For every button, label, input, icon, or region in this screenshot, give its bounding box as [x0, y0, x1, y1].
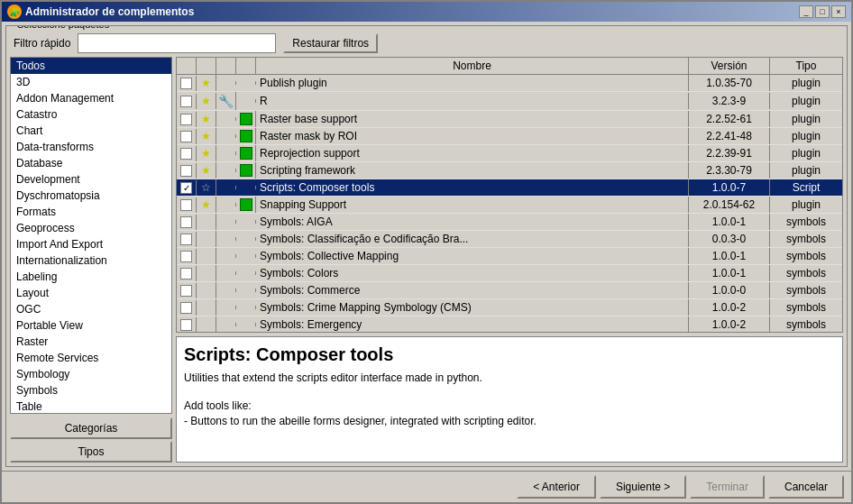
row-star-10[interactable]: ☆	[197, 248, 216, 264]
minimize-button[interactable]: _	[799, 5, 813, 18]
star-icon: ☆	[201, 301, 211, 314]
row-installed-10	[236, 254, 256, 258]
row-checkbox-6[interactable]	[177, 180, 197, 196]
row-name-9: Symbols: Classificação e Codificação Bra…	[256, 231, 689, 247]
category-item-internationalization[interactable]: Internationalization	[11, 252, 171, 269]
restore-filters-button[interactable]: Restaurar filtros	[283, 33, 378, 53]
col-header-type: Tipo	[770, 58, 842, 74]
row-star-14[interactable]: ☆	[197, 316, 216, 332]
row-installed-8	[236, 220, 256, 224]
category-item-data-transforms[interactable]: Data-transforms	[11, 139, 171, 155]
category-item-catastro[interactable]: Catastro	[11, 106, 171, 123]
category-item-raster[interactable]: Raster	[11, 334, 171, 350]
row-star-1[interactable]: ★	[197, 93, 216, 109]
category-item-symbols[interactable]: Symbols	[11, 382, 171, 399]
row-icon-14	[216, 323, 236, 326]
row-checkbox-1[interactable]	[177, 94, 197, 109]
types-button[interactable]: Tipos	[10, 441, 172, 463]
row-star-7[interactable]: ★	[197, 197, 216, 213]
maximize-button[interactable]: □	[815, 5, 830, 18]
table-row[interactable]: ☆Symbols: Emergency1.0.0-2symbols	[177, 316, 842, 332]
row-checkbox-12[interactable]	[177, 283, 197, 298]
row-checkbox-4[interactable]	[177, 146, 197, 161]
row-star-2[interactable]: ★	[197, 111, 216, 127]
table-row[interactable]: ☆Symbols: Collective Mapping1.0.0-1symbo…	[177, 248, 842, 265]
col-header-check	[177, 58, 197, 74]
row-checkbox-0[interactable]	[177, 76, 197, 91]
row-star-12[interactable]: ☆	[197, 282, 216, 298]
table-row[interactable]: ★Snapping Support2.0.154-62plugin	[177, 197, 842, 214]
category-item-labeling[interactable]: Labeling	[11, 269, 171, 285]
category-list[interactable]: Todos3DAddon ManagementCatastroChartData…	[10, 57, 172, 414]
table-row[interactable]: ☆Scripts: Composer tools1.0.0-7Script	[177, 179, 842, 197]
previous-label: < Anterior	[533, 481, 580, 493]
description-text2: Add tools like:	[184, 399, 835, 414]
category-item-3d[interactable]: 3D	[11, 74, 171, 90]
category-item-import-and-export[interactable]: Import And Export	[11, 236, 171, 252]
table-row[interactable]: ☆Symbols: AIGA1.0.0-1symbols	[177, 214, 842, 231]
row-checkbox-2[interactable]	[177, 112, 197, 127]
next-button[interactable]: Siguiente >	[600, 475, 686, 499]
categories-button[interactable]: Categorías	[10, 417, 172, 439]
row-star-11[interactable]: ☆	[197, 265, 216, 281]
table-row[interactable]: ★🔧R3.2.3-9plugin	[177, 92, 842, 111]
filter-input[interactable]	[78, 33, 276, 53]
row-checkbox-13[interactable]	[177, 300, 197, 316]
category-item-ogc[interactable]: OGC	[11, 301, 171, 317]
row-star-0[interactable]: ★	[197, 75, 216, 91]
row-installed-7	[236, 197, 256, 213]
row-checkbox-3[interactable]	[177, 129, 197, 144]
table-body[interactable]: ★Publish plugin1.0.35-70plugin★🔧R3.2.3-9…	[177, 75, 842, 332]
row-type-14: symbols	[770, 316, 842, 332]
category-item-development[interactable]: Development	[11, 171, 171, 188]
row-checkbox-10[interactable]	[177, 249, 197, 264]
table-row[interactable]: ☆Symbols: Classificação e Codificação Br…	[177, 231, 842, 248]
category-item-formats[interactable]: Formats	[11, 204, 171, 220]
row-version-6: 1.0.0-7	[689, 179, 770, 196]
row-star-5[interactable]: ★	[197, 162, 216, 179]
row-checkbox-8[interactable]	[177, 215, 197, 230]
row-checkbox-7[interactable]	[177, 197, 197, 213]
category-item-chart[interactable]: Chart	[11, 123, 171, 139]
table-row[interactable]: ★Publish plugin1.0.35-70plugin	[177, 75, 842, 92]
category-item-portable-view[interactable]: Portable View	[11, 317, 171, 334]
installed-indicator	[240, 164, 252, 177]
category-item-todos[interactable]: Todos	[11, 58, 171, 74]
table-row[interactable]: ★Raster base support2.2.52-61plugin	[177, 111, 842, 128]
category-item-addon-management[interactable]: Addon Management	[11, 90, 171, 106]
row-checkbox-14[interactable]	[177, 317, 197, 333]
finish-button[interactable]: Terminar	[690, 475, 765, 499]
category-item-layout[interactable]: Layout	[11, 285, 171, 301]
row-star-3[interactable]: ★	[197, 128, 216, 144]
row-checkbox-11[interactable]	[177, 266, 197, 281]
row-star-13[interactable]: ☆	[197, 299, 216, 316]
category-item-database[interactable]: Database	[11, 155, 171, 171]
table-row[interactable]: ☆Symbols: Crime Mapping Symbology (CMS)1…	[177, 299, 842, 316]
table-row[interactable]: ☆Symbols: Colors1.0.0-1symbols	[177, 265, 842, 282]
previous-button[interactable]: < Anterior	[517, 475, 596, 499]
category-item-symbology[interactable]: Symbology	[11, 366, 171, 382]
finish-label: Terminar	[706, 481, 748, 493]
category-item-geoprocess[interactable]: Geoprocess	[11, 220, 171, 236]
table-row[interactable]: ★Reprojection support2.2.39-91plugin	[177, 145, 842, 162]
row-type-4: plugin	[770, 145, 842, 161]
category-item-remote-services[interactable]: Remote Services	[11, 350, 171, 366]
left-panel: Todos3DAddon ManagementCatastroChartData…	[10, 57, 172, 463]
row-star-9[interactable]: ☆	[197, 231, 216, 247]
table-row[interactable]: ☆Symbols: Commerce1.0.0-0symbols	[177, 282, 842, 299]
row-star-6[interactable]: ☆	[197, 179, 216, 196]
row-checkbox-5[interactable]	[177, 163, 197, 179]
row-star-8[interactable]: ☆	[197, 214, 216, 230]
close-button[interactable]: ×	[831, 5, 846, 18]
category-item-dyschromatopsia[interactable]: Dyschromatopsia	[11, 188, 171, 204]
row-checkbox-9[interactable]	[177, 232, 197, 247]
category-item-table[interactable]: Table	[11, 399, 171, 414]
cancel-button[interactable]: Cancelar	[768, 475, 844, 499]
table-row[interactable]: ★Raster mask by ROI2.2.41-48plugin	[177, 128, 842, 145]
table-row[interactable]: ★Scripting framework2.3.30-79plugin	[177, 162, 842, 179]
left-buttons: Categorías Tipos	[10, 417, 172, 463]
row-star-4[interactable]: ★	[197, 145, 216, 161]
row-installed-9	[236, 237, 256, 241]
row-version-14: 1.0.0-2	[689, 316, 770, 332]
row-icon-8	[216, 220, 236, 224]
